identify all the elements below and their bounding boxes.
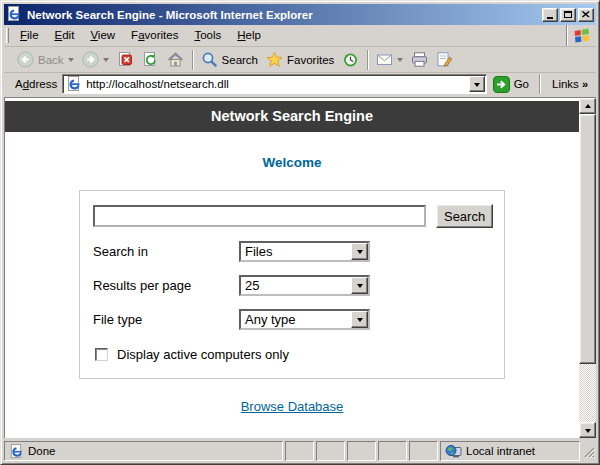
browse-database-link[interactable]: Browse Database: [241, 399, 344, 414]
local-intranet-icon: [445, 443, 462, 460]
menu-gripper[interactable]: [6, 28, 9, 43]
chevron-right-icon: »: [582, 78, 588, 90]
search-in-dropdown-button[interactable]: [351, 243, 368, 260]
address-dropdown-button[interactable]: [469, 76, 485, 92]
stop-button[interactable]: [113, 48, 138, 72]
status-panel-empty: [409, 441, 438, 461]
search-row: Search: [93, 204, 493, 228]
file-type-dropdown-button[interactable]: [351, 311, 368, 328]
status-panel-empty: [316, 441, 345, 461]
links-label: Links: [552, 78, 579, 90]
back-button[interactable]: Back: [13, 48, 78, 72]
results-per-page-label: Results per page: [93, 278, 239, 293]
menu-help[interactable]: Help: [229, 25, 269, 46]
history-button[interactable]: [338, 48, 363, 72]
address-url-input[interactable]: http://localhost/netsearch.dll: [86, 78, 468, 90]
active-computers-checkbox[interactable]: [95, 348, 108, 361]
security-zone-label: Local intranet: [466, 445, 535, 457]
status-panel-empty: [285, 441, 314, 461]
menu-file[interactable]: File: [12, 25, 47, 46]
browser-window: Network Search Engine - Microsoft Intern…: [0, 0, 600, 465]
ie-document-icon: [9, 444, 24, 459]
minimize-icon: [547, 17, 553, 19]
toolbar-separator: [192, 50, 193, 70]
welcome-heading: Welcome: [5, 155, 579, 170]
status-panel-empty: [378, 441, 407, 461]
status-panel-empty: [347, 441, 376, 461]
scrollbar-track[interactable]: [579, 364, 596, 422]
file-type-label: File type: [93, 312, 239, 327]
menu-favorites[interactable]: Favorites: [123, 25, 186, 46]
search-in-select[interactable]: Files: [239, 241, 370, 262]
favorites-label: Favorites: [287, 54, 334, 66]
results-per-page-dropdown-button[interactable]: [351, 277, 368, 294]
chevron-down-icon: [357, 284, 363, 291]
search-input[interactable]: [93, 205, 426, 227]
chevron-up-icon: [585, 101, 591, 108]
go-arrow-icon: [493, 76, 510, 93]
close-button[interactable]: [578, 8, 594, 22]
favorites-star-icon: [266, 51, 283, 68]
search-in-value: Files: [241, 243, 351, 260]
mail-dropdown-icon: [397, 58, 403, 65]
stop-icon: [117, 51, 134, 68]
scrollbar-thumb[interactable]: [579, 114, 596, 364]
status-text: Done: [28, 445, 56, 457]
favorites-button[interactable]: Favorites: [262, 48, 338, 72]
forward-button[interactable]: [78, 48, 113, 72]
forward-dropdown-icon: [103, 58, 109, 65]
status-panel: Done: [4, 441, 283, 461]
chevron-down-icon: [357, 318, 363, 325]
toolbar: Back: [4, 47, 596, 73]
maximize-button[interactable]: [560, 8, 576, 22]
toolbar-separator: [367, 50, 368, 70]
menu-bar: File Edit View Favorites Tools Help: [4, 25, 596, 47]
home-button[interactable]: [163, 48, 188, 72]
scroll-up-button[interactable]: [579, 98, 596, 114]
results-per-page-row: Results per page 25: [93, 275, 493, 296]
ie-document-icon: [6, 6, 23, 23]
links-button[interactable]: Links »: [544, 78, 594, 90]
vertical-scrollbar[interactable]: [579, 98, 596, 438]
resize-grip[interactable]: [582, 441, 596, 461]
active-computers-row: Display active computers only: [93, 347, 493, 362]
menu-tools[interactable]: Tools: [186, 25, 229, 46]
ie-document-icon: [66, 76, 82, 92]
chevron-down-icon: [474, 83, 480, 90]
menu-view[interactable]: View: [82, 25, 123, 46]
back-dropdown-icon: [68, 58, 74, 65]
search-submit-button[interactable]: Search: [436, 204, 493, 228]
address-combo[interactable]: http://localhost/netsearch.dll: [62, 74, 486, 94]
results-per-page-value: 25: [241, 277, 351, 294]
file-type-select[interactable]: Any type: [239, 309, 370, 330]
file-type-value: Any type: [241, 311, 351, 328]
edit-button[interactable]: [432, 48, 457, 72]
title-bar: Network Search Engine - Microsoft Intern…: [4, 4, 596, 25]
mail-button[interactable]: [372, 48, 407, 72]
go-button[interactable]: Go: [487, 76, 535, 93]
search-toolbar-button[interactable]: Search: [197, 48, 262, 72]
chevron-down-icon: [357, 250, 363, 257]
security-zone-panel: Local intranet: [440, 441, 580, 461]
search-form: Search Search in Files Results per page …: [79, 190, 505, 379]
chevron-down-icon: [585, 429, 591, 436]
windows-logo-icon: [566, 25, 596, 46]
status-bar: Done Local intranet: [4, 438, 596, 461]
maximize-icon: [564, 11, 572, 18]
results-per-page-select[interactable]: 25: [239, 275, 370, 296]
print-button[interactable]: [407, 48, 432, 72]
search-icon: [201, 51, 218, 68]
search-in-row: Search in Files: [93, 241, 493, 262]
back-icon: [17, 51, 34, 68]
addressbar-separator: [539, 74, 540, 94]
home-icon: [167, 51, 184, 68]
minimize-button[interactable]: [542, 8, 558, 22]
go-label: Go: [514, 78, 529, 90]
address-bar: Address http://localhost/netsearch.dll G…: [4, 73, 596, 97]
edit-page-icon: [436, 51, 453, 68]
page-viewport: Network Search Engine Welcome Search Sea…: [4, 97, 596, 438]
search-in-label: Search in: [93, 244, 239, 259]
refresh-button[interactable]: [138, 48, 163, 72]
menu-edit[interactable]: Edit: [47, 25, 83, 46]
scroll-down-button[interactable]: [579, 422, 596, 438]
